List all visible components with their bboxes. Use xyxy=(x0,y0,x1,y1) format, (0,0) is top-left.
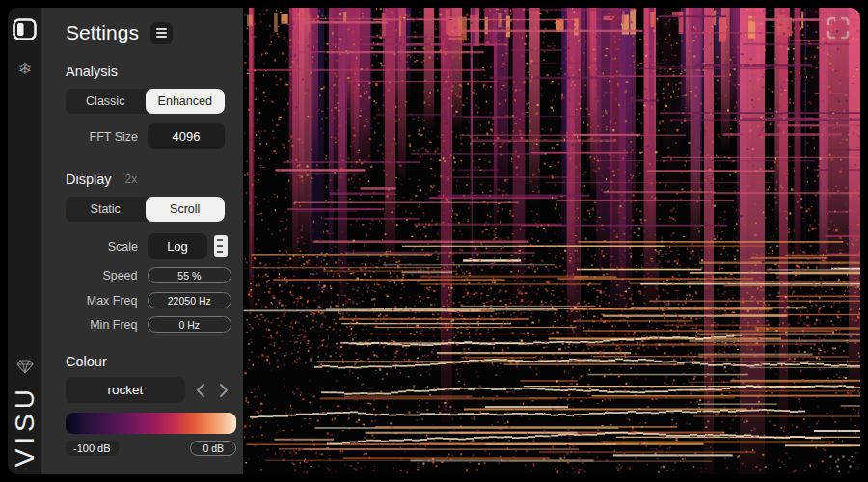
colour-section-heading: Colour xyxy=(66,353,231,369)
fullscreen-icon[interactable] xyxy=(826,15,851,40)
palette-prev-button[interactable] xyxy=(193,382,208,399)
spectrogram-canvas xyxy=(243,8,860,474)
speed-value[interactable]: 55 % xyxy=(148,267,231,283)
resize-grip[interactable] xyxy=(827,453,853,469)
fft-size-label: FFT Size xyxy=(66,130,138,144)
settings-panel: Settings Analysis Classic Enhanced FFT S… xyxy=(41,8,243,474)
toggle-option-scroll[interactable]: Scroll xyxy=(146,197,226,222)
toggle-option-static[interactable]: Static xyxy=(66,197,146,222)
gem-button[interactable] xyxy=(13,360,37,375)
max-freq-label: Max Freq xyxy=(66,294,138,308)
scale-value[interactable]: Log xyxy=(148,233,207,259)
colour-palette-selector[interactable]: rocket xyxy=(66,377,185,403)
hamburger-icon xyxy=(156,28,167,30)
icon-rail: ❄ VISU xyxy=(8,8,41,474)
analysis-mode-toggle: Classic Enhanced xyxy=(66,89,225,114)
analysis-section-heading: Analysis xyxy=(66,63,231,79)
brand-logo: VISU xyxy=(12,385,39,467)
chevron-right-icon xyxy=(218,383,230,398)
min-freq-label: Min Freq xyxy=(66,318,138,332)
display-mode-toggle: Static Scroll xyxy=(66,197,225,222)
max-db-value[interactable]: 0 dB xyxy=(190,441,236,456)
freeze-button[interactable]: ❄ xyxy=(13,57,37,80)
max-freq-value[interactable]: 22050 Hz xyxy=(148,292,231,308)
display-section-heading: Display 2x xyxy=(66,171,231,187)
spectrogram-view xyxy=(243,8,860,474)
scale-label: Scale xyxy=(66,240,138,254)
toggle-option-enhanced[interactable]: Enhanced xyxy=(146,89,226,114)
ruler-icon xyxy=(213,234,229,258)
speed-label: Speed xyxy=(66,269,138,282)
min-db-value[interactable]: -100 dB xyxy=(66,441,119,456)
chevron-left-icon xyxy=(195,383,206,398)
gem-icon xyxy=(16,360,34,374)
oversampling-badge: 2x xyxy=(125,173,138,186)
min-freq-value[interactable]: 0 Hz xyxy=(148,316,231,333)
sidebar-panel-icon xyxy=(13,18,37,40)
sidebar-toggle-button[interactable] xyxy=(13,17,37,40)
panel-title: Settings xyxy=(66,21,139,44)
toggle-option-classic[interactable]: Classic xyxy=(66,89,146,114)
palette-next-button[interactable] xyxy=(216,382,231,399)
scale-ruler-button[interactable] xyxy=(212,234,230,259)
app-window: ❄ VISU Settings Analysis Classic Enhance… xyxy=(8,8,860,474)
menu-button[interactable] xyxy=(150,22,173,44)
fft-size-value[interactable]: 4096 xyxy=(148,123,225,149)
snowflake-icon: ❄ xyxy=(17,61,31,77)
colormap-gradient-bar xyxy=(66,413,236,434)
